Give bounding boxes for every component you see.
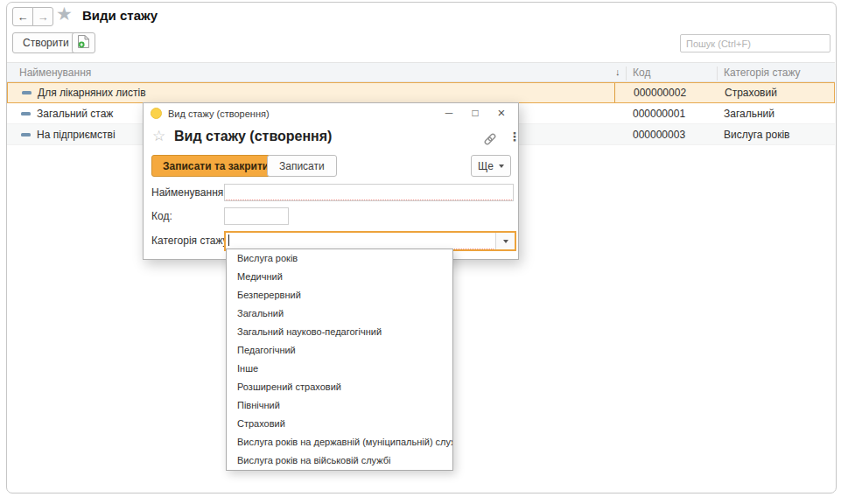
- cell-code: 000000002: [634, 87, 686, 99]
- cell-code: 000000003: [633, 129, 685, 141]
- save-and-close-button[interactable]: Записати та закрити: [151, 155, 280, 177]
- column-header-category[interactable]: Категорія стажу: [724, 66, 801, 79]
- create-button[interactable]: Створити: [12, 32, 80, 53]
- more-button[interactable]: Ще: [471, 155, 511, 177]
- cell-category: Вислуга років: [724, 129, 789, 141]
- dropdown-item[interactable]: Вислуга років: [227, 249, 452, 268]
- back-button[interactable]: ←: [12, 7, 33, 26]
- app-window: ← → ★ Види стажу Створити Найменування ↓…: [0, 0, 848, 504]
- name-field[interactable]: [224, 184, 514, 201]
- catalog-item-icon: [21, 133, 31, 136]
- cell-name: На підприємстві: [37, 129, 116, 141]
- cell-name: Для лікарняних листів: [38, 87, 146, 99]
- dropdown-item[interactable]: Вислуга років на військовій службі: [227, 452, 452, 470]
- dialog-heading: Вид стажу (створення): [174, 129, 332, 144]
- document-plus-icon: [77, 34, 90, 52]
- column-header-code[interactable]: Код: [633, 66, 650, 79]
- dropdown-item[interactable]: Загальний науково-педагогічний: [227, 323, 452, 341]
- search-input[interactable]: [680, 34, 830, 52]
- text-caret: [228, 234, 229, 246]
- code-field-label: Код:: [151, 210, 172, 222]
- catalog-item-icon: [22, 91, 32, 94]
- create-dialog: Вид стажу (створення) ─ □ × ☆ Вид стажу …: [143, 102, 519, 260]
- save-button[interactable]: Записати: [267, 155, 337, 177]
- back-arrow-icon: ←: [18, 10, 29, 24]
- dropdown-item[interactable]: Педагогічний: [227, 341, 452, 360]
- dropdown-item[interactable]: Розширений страховий: [227, 378, 452, 396]
- forward-button[interactable]: →: [32, 7, 53, 26]
- column-divider: [626, 66, 627, 80]
- maximize-icon[interactable]: □: [462, 104, 488, 121]
- name-field-label: Найменування:: [151, 186, 227, 199]
- page-title: Види стажу: [82, 8, 158, 23]
- category-dropdown-list: Вислуга років Медичний Безперервний Зага…: [226, 248, 453, 471]
- cell-name: Загальний стаж: [37, 108, 113, 120]
- column-divider: [717, 66, 718, 80]
- cell-category: Загальний: [724, 108, 774, 120]
- chevron-down-icon: [499, 164, 504, 168]
- combobox-dropdown-button[interactable]: [495, 233, 515, 249]
- category-field-label: Категорія стажу:: [151, 234, 231, 247]
- dropdown-item[interactable]: Загальний: [227, 304, 452, 323]
- required-underline: [226, 200, 512, 200]
- more-menu-dots-icon[interactable]: ⋮: [508, 130, 521, 144]
- dialog-window-controls: ─ □ ×: [436, 104, 515, 121]
- cell-category: Страховий: [725, 87, 777, 99]
- dialog-favorite-star-icon[interactable]: ☆: [152, 127, 165, 145]
- chevron-down-icon: [503, 240, 508, 243]
- close-icon[interactable]: ×: [488, 104, 515, 121]
- dropdown-item[interactable]: Інше: [227, 360, 452, 378]
- dropdown-item[interactable]: Страховий: [227, 415, 452, 433]
- dialog-titlebar-title: Вид стажу (створення): [168, 108, 270, 119]
- dropdown-item[interactable]: Північний: [227, 396, 452, 415]
- more-button-label: Ще: [478, 160, 494, 172]
- table-header: Найменування ↓ Код Категорія стажу: [7, 62, 835, 82]
- create-by-copy-button[interactable]: [72, 32, 95, 53]
- dropdown-item[interactable]: Безперервний: [227, 286, 452, 304]
- dialog-app-icon: [151, 108, 162, 119]
- category-combobox-text[interactable]: [226, 233, 495, 249]
- column-header-name[interactable]: Найменування: [19, 66, 91, 79]
- forward-arrow-icon: →: [38, 10, 49, 24]
- dropdown-item[interactable]: Вислуга років на державній (муніципальні…: [227, 433, 452, 452]
- get-link-icon[interactable]: [483, 132, 497, 150]
- catalog-item-icon: [21, 112, 31, 116]
- minimize-icon[interactable]: ─: [436, 104, 462, 121]
- table-row-selected[interactable]: Для лікарняних листів 000000002 Страхови…: [7, 82, 835, 103]
- sort-desc-icon: ↓: [615, 66, 620, 77]
- cell-code: 000000001: [633, 108, 685, 120]
- favorite-star-icon[interactable]: ★: [56, 4, 73, 24]
- code-field[interactable]: [224, 207, 289, 225]
- dropdown-item[interactable]: Медичний: [227, 268, 452, 286]
